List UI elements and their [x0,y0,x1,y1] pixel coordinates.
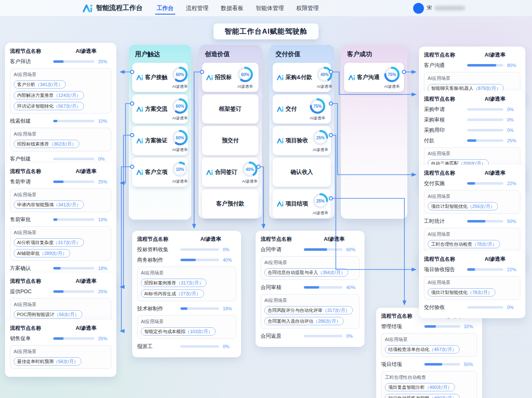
stage-card[interactable]: 客户预付款 [202,189,259,218]
ai-rate-bar [180,345,219,348]
stage-card[interactable]: 确认收入 [273,158,331,187]
donut-caption: AI渗透率 [314,84,335,89]
stage-card-label: 确认收入 [291,168,313,176]
ai-rate-donut: 40%AI渗透率 [314,65,335,89]
scenario-label: AI应用场景 [14,230,108,236]
col-node-name: 流程节点名称 [10,325,41,332]
scenario-label: 工时合理性自动检查 [385,374,473,381]
ai-scenario-tag[interactable]: 项目计划智能优化（256次/月） [428,202,498,210]
ai-rate-value: 0% [346,334,360,339]
user-avatar [413,3,424,14]
ai-scenario-tag[interactable]: AI辅助审批（289次/月） [14,249,70,257]
node-name: 提供POC [10,288,53,295]
ai-scenario-tag[interactable]: 申请内容智能预填（341次/月） [14,200,84,209]
ai-logo-icon [348,74,355,81]
ai-scenario-tag[interactable]: 客户分析（341次/月） [14,80,66,89]
node-name: 线索创建 [10,118,53,125]
donut-caption: AI渗透率 [169,147,191,153]
ai-scenario-tag[interactable]: 知识自动提炼与归档（490次/月） [385,394,460,398]
ai-rate-bar [467,306,503,309]
panel-header: 流程节点名称AI渗透率 [424,96,520,103]
ai-rate-donut: 60%AI渗透率 [169,65,191,89]
stage-card-label: 方案验证 [145,137,167,144]
ai-scenario-tag[interactable]: 工时合理性自动检查（78次/月） [428,240,500,248]
node-name: 客户创建 [10,156,53,163]
ai-scenario-tag[interactable]: 智能定价与成本模拟（103次/月） [141,327,216,336]
ai-scenario-tag[interactable]: 最佳促单时机预测（56次/月） [14,357,81,366]
top-nav: 智能流程工作台 工作台流程管理数据看板智能体管理权限管理 宋 [0,0,532,17]
ai-rate-value: 10% [98,119,111,124]
nav-tab-3[interactable]: 智能体管理 [256,0,284,16]
process-node-row: 客户创建0% [10,155,111,163]
ai-rate-bar [304,335,342,337]
ai-rate-bar [53,267,94,269]
ai-scenario-tag[interactable]: 合同案例入选自动评估（286次/月） [264,317,344,325]
stage-card[interactable]: 方案交流60%AI渗透率 [132,94,188,124]
stage-card[interactable]: 项目验收25%AI渗透率 [273,126,331,155]
stage-card[interactable]: 框架签订 [202,94,259,124]
user-menu[interactable]: 宋 [413,3,465,14]
node-name: 管理结项 [381,323,424,330]
ai-scenario-tag[interactable]: AI分析项目复杂度（317次/月） [14,238,84,247]
nav-tab-2[interactable]: 数据看板 [221,0,244,16]
ai-logo-icon [136,169,143,176]
stage-card[interactable]: 客户接触60%AI渗透率 [132,63,188,92]
ai-rate-bar [53,180,94,183]
ai-scenario-tag[interactable]: POC用例智能设计（56次/月） [14,310,82,319]
ai-rate-bar [467,182,503,185]
ai-scenario-tag[interactable]: 招投标案例推荐（317次/月） [141,279,207,287]
ai-scenario-tag[interactable]: 招投标线索推荐（362次/月） [14,140,79,148]
nav-tab-4[interactable]: 权限管理 [296,0,319,16]
scenario-label: AI应用场景 [14,349,108,355]
col-ai-rate: AI渗透率 [200,236,221,243]
user-name: 宋 [427,5,432,12]
node-name: 商务标制作 [137,257,180,264]
stage-card[interactable]: 客户立项10%AI渗透率 [132,158,188,187]
ai-scenario-tag[interactable]: 项目复盘智能分析（490次/月） [385,383,455,391]
svg-text:60%: 60% [176,72,184,77]
ai-rate-bar [180,259,219,261]
stage-card[interactable]: 招投标60%AI渗透率 [202,63,259,92]
ai-scenario-tag[interactable]: 项目计划智能优化（78次/月） [428,288,495,297]
stage-column-3: 客户成功客户沟通75%AI渗透率 [341,45,407,219]
ai-scenario-box: AI应用场景招投标线索推荐（362次/月） [10,128,111,151]
ai-scenario-tag[interactable]: 合同信息自动提取与录入（356次/月） [264,268,348,277]
ai-scenario-tag[interactable]: 合同风险评分与自动化评审（317次/月） [264,306,353,314]
ai-scenario-box: AI应用场景最佳促单时机预测（56次/月） [10,345,111,369]
app-title: 智能流程工作台 [96,4,143,12]
ai-rate-bar [467,64,503,67]
ai-scenario-tag[interactable]: 内部解决方案推荐（124次/月） [14,91,84,99]
stage-card[interactable]: 交付75%AI渗透率 [273,94,331,124]
process-node-row: 管理结项32% [381,323,477,330]
scenario-label: AI应用场景 [141,319,232,325]
stage-card[interactable]: 合同签订40%AI渗透率 [202,158,259,187]
ai-scenario-box: AI应用场景结项检查清单自动化（457次/月） [381,333,477,357]
node-name: 方案确认 [10,265,53,272]
process-node-row: 项目验收报告22% [424,266,520,273]
ai-scenario-tag[interactable]: 结项检查清单自动化（457次/月） [385,345,460,354]
stage-card[interactable]: 采购&付款40%AI渗透率 [273,63,331,92]
scenario-label: AI应用场景 [141,270,232,276]
nav-tab-0[interactable]: 工作台 [157,0,174,16]
ai-rate-bar [53,337,94,340]
ai-rate-value: 18% [98,266,111,271]
ai-scenario-box: AI应用场景客户分析（341次/月）内部解决方案推荐（124次/月）拜访记录智能… [10,68,111,114]
ai-rate-value: 22% [507,181,520,186]
panel-header: 流程节点名称AI渗透率 [10,168,111,175]
stage-card[interactable]: 客户沟通75%AI渗透率 [344,63,404,92]
ai-rate-donut: 75%AI渗透率 [381,65,403,89]
stage-card[interactable]: 预交付 [202,126,259,155]
node-name: 售前审批 [10,216,53,223]
process-node-row: 交付实施22% [424,180,520,187]
ai-rate-value: 0% [507,305,520,310]
ai-scenario-tag[interactable]: 拜访记录智能转化（567次/月） [14,102,84,110]
ai-scenario-tag[interactable]: AI标书内容生成（27次/月） [141,289,204,298]
panel-header: 流程节点名称AI渗透率 [10,325,111,332]
nav-tab-1[interactable]: 流程管理 [186,0,209,16]
stage-card[interactable]: 项目结项25%AI渗透率 [273,189,331,218]
process-node-row: 合同返原0% [261,332,360,340]
ai-rate-value: 25% [98,336,111,341]
stage-card[interactable]: 方案验证60%AI渗透率 [132,126,188,155]
node-name: 合同申请 [261,246,304,253]
ai-scenario-box: AI应用场景项目计划智能优化（78次/月） [424,276,520,300]
